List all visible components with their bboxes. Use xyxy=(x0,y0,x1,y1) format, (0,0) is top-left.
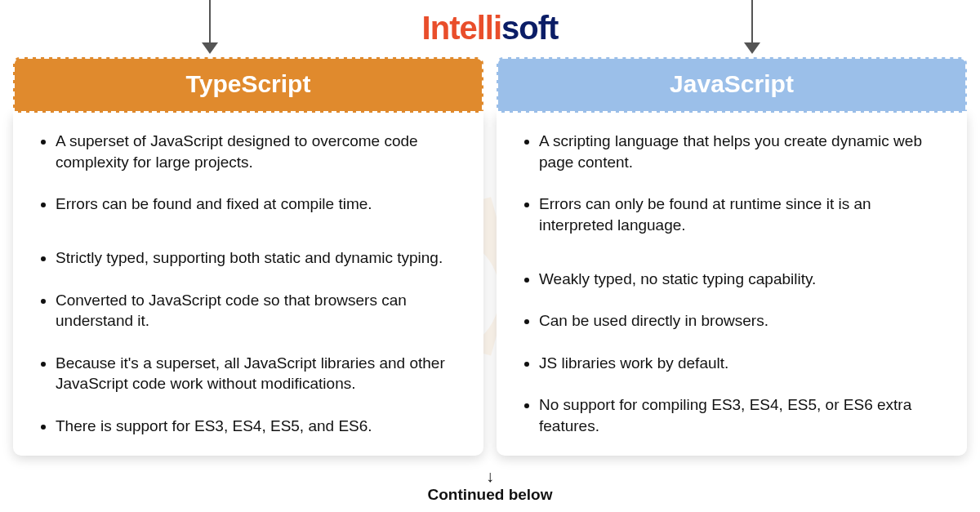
list-item: Errors can only be found at runtime sinc… xyxy=(539,194,942,235)
list-item: Errors can be found and fixed at compile… xyxy=(56,194,459,215)
typescript-header: TypeScript xyxy=(13,57,483,113)
list-item: A scripting language that helps you crea… xyxy=(539,131,942,172)
list-item: No support for compiling ES3, ES4, ES5, … xyxy=(539,394,942,436)
list-item: Can be used directly in browsers. xyxy=(539,310,942,332)
brand-logo-part2: soft xyxy=(501,10,558,46)
typescript-body: A superset of JavaScript designed to ove… xyxy=(13,113,483,456)
typescript-column: TypeScript A superset of JavaScript desi… xyxy=(13,57,483,456)
hanger-icon xyxy=(751,0,753,51)
list-item: Because it's a superset, all JavaScript … xyxy=(56,353,459,394)
hanger-icon xyxy=(209,0,211,51)
list-item: Strictly typed, supporting both static a… xyxy=(56,247,459,269)
comparison-columns: TypeScript A superset of JavaScript desi… xyxy=(13,57,967,456)
javascript-header: JavaScript xyxy=(497,57,967,113)
list-item: There is support for ES3, ES4, ES5, and … xyxy=(56,416,459,437)
continued-label: Continued below xyxy=(427,486,552,503)
list-item: A superset of JavaScript designed to ove… xyxy=(56,131,459,172)
continued-indicator: ↓ Continued below xyxy=(0,468,980,504)
javascript-column: JavaScript A scripting language that hel… xyxy=(497,57,967,456)
brand-logo-part1: Intelli xyxy=(422,10,501,46)
javascript-body: A scripting language that helps you crea… xyxy=(497,113,967,456)
down-arrow-icon: ↓ xyxy=(0,468,980,484)
list-item: Converted to JavaScript code so that bro… xyxy=(56,290,459,332)
brand-logo: Intellisoft xyxy=(0,10,980,47)
list-item: Weakly typed, no static typing capabilit… xyxy=(539,269,942,290)
list-item: JS libraries work by default. xyxy=(539,353,942,374)
